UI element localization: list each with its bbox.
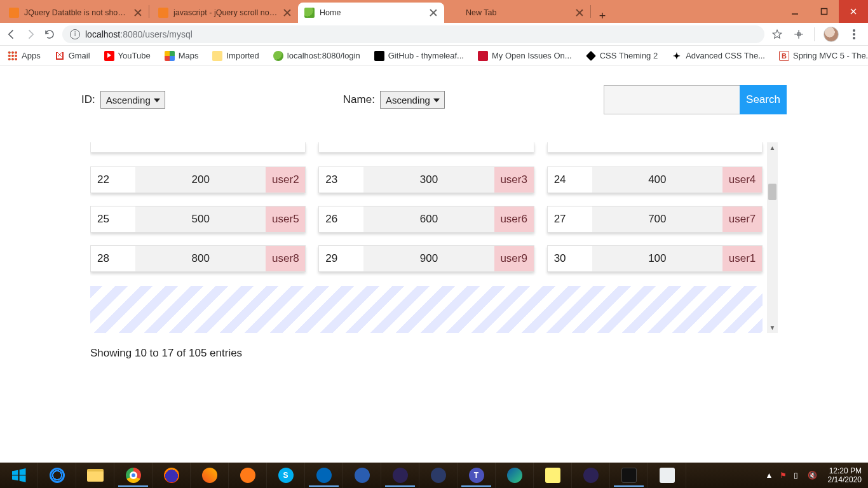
striped-placeholder — [90, 286, 763, 333]
column-header — [90, 142, 306, 152]
taskbar-thunderbird[interactable] — [343, 463, 381, 488]
url-host: localhost — [85, 29, 120, 39]
result-card[interactable]: 27700user7 — [547, 206, 763, 233]
site-info-icon[interactable]: i — [70, 29, 80, 39]
id-sort-select[interactable]: Ascending — [100, 91, 165, 109]
system-tray[interactable]: ▲ ⚑ ▯ 🔇 12:20 PM 2/14/2020 — [759, 463, 868, 488]
bookmark-youtube[interactable]: YouTube — [104, 51, 151, 61]
taskbar-app[interactable] — [648, 463, 686, 488]
bookmark-apps[interactable]: Apps — [8, 51, 41, 61]
search-button[interactable]: Search — [740, 85, 787, 114]
issues-icon — [478, 51, 488, 61]
spring-leaf-icon — [304, 8, 315, 18]
taskbar-edge[interactable] — [496, 463, 534, 488]
card-id: 24 — [548, 167, 592, 193]
taskbar-chrome[interactable] — [114, 463, 153, 488]
profile-avatar[interactable] — [824, 27, 839, 42]
taskbar-eclipse[interactable] — [381, 463, 419, 488]
card-id: 22 — [91, 167, 135, 193]
id-sort-value: Ascending — [106, 95, 151, 105]
tab-jquery-scroll[interactable]: javascript - jQuery scroll not work — [152, 3, 298, 23]
result-card[interactable]: 28800user8 — [90, 245, 306, 272]
menu-button[interactable] — [848, 28, 860, 41]
bookmark-label: Advanced CSS The... — [686, 51, 765, 60]
forward-button[interactable] — [24, 28, 37, 41]
tray-flag-icon[interactable]: ⚑ — [780, 471, 789, 480]
bookmark-maps[interactable]: Maps — [165, 51, 199, 61]
address-bar[interactable]: i localhost:8080/users/mysql — [62, 25, 764, 43]
result-card[interactable]: 26600user6 — [318, 206, 534, 233]
taskbar-app[interactable] — [419, 463, 458, 488]
result-card[interactable]: 30100user1 — [547, 245, 763, 272]
url-path: /users/mysql — [142, 29, 193, 39]
bookmark-localhost-login[interactable]: localhost:8080/login — [273, 51, 360, 61]
bookmark-github[interactable]: GitHub - thymeleaf... — [374, 51, 464, 61]
result-card[interactable]: 23300user3 — [318, 166, 534, 193]
result-card[interactable]: 25500user5 — [90, 206, 306, 233]
close-icon[interactable] — [133, 8, 142, 17]
taskbar-teams[interactable]: T — [458, 463, 496, 488]
bookmark-label: YouTube — [118, 51, 151, 60]
star-bookmark-icon[interactable] — [771, 28, 783, 41]
tab-separator — [149, 5, 149, 18]
search-input[interactable] — [604, 85, 740, 114]
tray-volume-muted-icon[interactable]: 🔇 — [808, 471, 817, 480]
taskbar-skype[interactable]: S — [267, 463, 305, 488]
taskbar-eclipse-2[interactable] — [572, 463, 610, 488]
search-group: Search — [604, 85, 787, 114]
result-card[interactable]: 24400user4 — [547, 166, 763, 193]
b-icon: B — [779, 51, 789, 61]
maximize-button[interactable] — [810, 0, 839, 23]
bookmark-imported[interactable]: Imported — [212, 51, 259, 61]
taskbar-ie[interactable] — [38, 463, 76, 488]
name-sort-select[interactable]: Ascending — [380, 91, 445, 109]
taskbar-vscode[interactable] — [305, 463, 343, 488]
taskbar-app[interactable] — [191, 463, 229, 488]
firefox-icon — [164, 468, 179, 483]
stackoverflow-icon — [9, 8, 19, 18]
bookmark-gmail[interactable]: Gmail — [55, 51, 90, 61]
taskbar-explorer[interactable] — [76, 463, 114, 488]
name-label: Name: — [343, 93, 375, 106]
scroll-track[interactable] — [767, 153, 778, 322]
tray-network-icon[interactable]: ▯ — [794, 471, 803, 480]
start-button[interactable] — [0, 463, 38, 488]
close-icon[interactable] — [283, 8, 292, 17]
close-icon[interactable] — [575, 8, 584, 17]
scroll-up-arrow-icon[interactable]: ▲ — [767, 142, 778, 153]
scroll-thumb[interactable] — [768, 184, 776, 200]
reload-button[interactable] — [43, 28, 56, 41]
bookmark-spring-mvc[interactable]: B Spring MVC 5 - The... — [779, 51, 868, 61]
result-card[interactable]: 29900user9 — [318, 245, 534, 272]
tab-jquery-datatable[interactable]: JQuery Datatble is not showing d — [3, 3, 149, 23]
card-user: user6 — [494, 207, 534, 232]
vertical-scrollbar[interactable]: ▲ ▼ — [767, 142, 778, 333]
taskbar-terminal[interactable] — [610, 463, 648, 488]
taskbar-clock[interactable]: 12:20 PM 2/14/2020 — [822, 466, 862, 484]
minimize-button[interactable] — [780, 0, 810, 23]
terminal-icon — [621, 468, 637, 483]
card-id: 27 — [548, 207, 592, 232]
extension-icon[interactable] — [792, 28, 805, 41]
toolbar-right — [771, 27, 863, 42]
windows-logo-icon — [12, 468, 26, 482]
bookmark-open-issues[interactable]: My Open Issues On... — [478, 51, 572, 61]
bookmark-css-theming[interactable]: CSS Theming 2 — [586, 51, 658, 61]
taskbar-sticky-notes[interactable] — [534, 463, 572, 488]
tray-chevron-up-icon[interactable]: ▲ — [766, 471, 775, 480]
scroll-down-arrow-icon[interactable]: ▼ — [767, 322, 778, 333]
result-card[interactable]: 22200user2 — [90, 166, 306, 193]
taskbar-app[interactable] — [229, 463, 267, 488]
clock-time: 12:20 PM — [828, 466, 862, 475]
card-id: 25 — [91, 207, 135, 232]
diamond-icon — [586, 51, 596, 61]
tab-home[interactable]: Home — [298, 3, 444, 23]
tab-new-tab[interactable]: New Tab — [444, 3, 590, 23]
card-user: user2 — [266, 167, 305, 193]
taskbar-firefox[interactable] — [153, 463, 191, 488]
close-icon[interactable] — [429, 8, 438, 17]
new-tab-button[interactable]: + — [593, 10, 611, 23]
back-button[interactable] — [5, 28, 18, 41]
bookmark-advanced-css[interactable]: ✦ Advanced CSS The... — [672, 51, 765, 61]
close-window-button[interactable] — [839, 0, 868, 23]
